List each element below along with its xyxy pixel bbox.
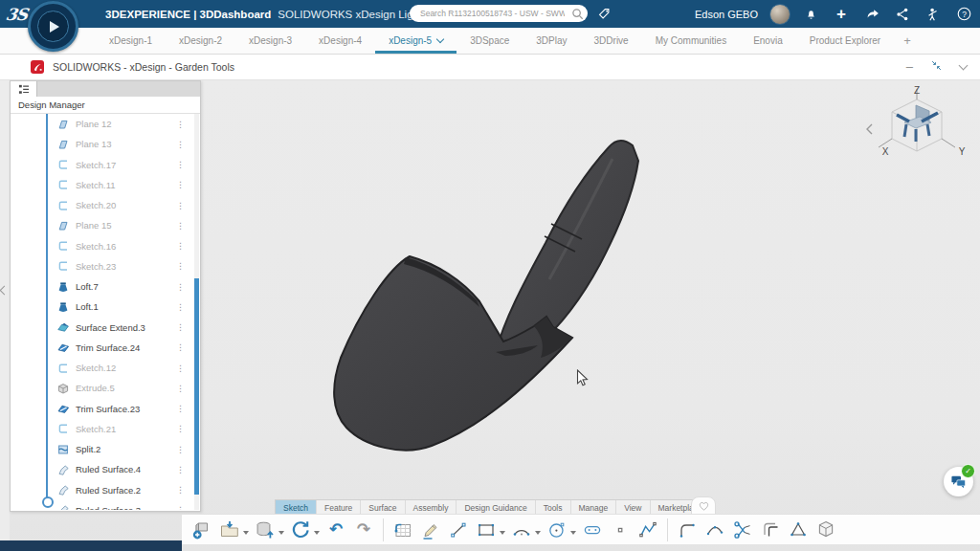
item-menu-icon[interactable]: ⋮ (176, 160, 185, 169)
search-icon[interactable] (567, 3, 588, 24)
spline-tool[interactable] (635, 518, 660, 542)
share-network-icon[interactable] (892, 4, 913, 25)
dropdown-caret[interactable] (278, 531, 284, 538)
open-button[interactable] (217, 518, 242, 542)
new-sketch-button[interactable] (390, 518, 415, 542)
3dswym-person-icon[interactable] (923, 4, 944, 25)
item-menu-icon[interactable]: ⋮ (176, 384, 185, 393)
dropdown-caret[interactable] (500, 531, 505, 538)
item-menu-icon[interactable]: ⋮ (176, 505, 185, 510)
compass-play-icon[interactable] (37, 11, 69, 42)
item-menu-icon[interactable]: ⋮ (176, 465, 185, 474)
tree-item[interactable]: Loft.7⋮ (11, 276, 200, 297)
ribbon-tab-view[interactable]: View (616, 500, 650, 515)
chat-button[interactable]: ✓ (944, 467, 973, 496)
tree-item[interactable]: Plane 12⋮ (11, 114, 200, 134)
item-menu-icon[interactable]: ⋮ (176, 241, 185, 251)
constraints-tool[interactable] (786, 518, 811, 542)
tab-xdesign-2[interactable]: xDesign-2 (166, 28, 235, 54)
help-icon[interactable]: ? (953, 4, 974, 25)
item-menu-icon[interactable]: ⋮ (176, 261, 185, 271)
chevron-down-icon[interactable] (436, 34, 444, 42)
arc-tool[interactable] (509, 518, 534, 542)
item-menu-icon[interactable]: ⋮ (176, 282, 185, 292)
three-point-arc-tool[interactable] (702, 518, 727, 542)
ribbon-tab-feature[interactable]: Feature (317, 500, 361, 515)
favorites-heart-icon[interactable] (691, 496, 716, 516)
tree-item[interactable]: Split.2⋮ (11, 439, 200, 459)
search-box[interactable] (410, 5, 588, 22)
tree-item[interactable]: Sketch.12⋮ (11, 358, 200, 378)
tab-xdesign-1[interactable]: xDesign-1 (96, 28, 166, 54)
tree-item[interactable]: Sketch.16⋮ (11, 236, 200, 256)
tab-3dspace[interactable]: 3DSpace (457, 28, 523, 54)
add-tab-button[interactable]: + (894, 28, 921, 54)
tree-scrollbar-thumb[interactable] (194, 278, 199, 495)
dropdown-caret[interactable] (570, 531, 576, 538)
item-menu-icon[interactable]: ⋮ (176, 445, 185, 454)
item-menu-icon[interactable]: ⋮ (176, 342, 185, 352)
tree-item[interactable]: Sketch.23⋮ (11, 256, 200, 276)
trim-tool[interactable] (730, 518, 755, 542)
3dexperience-compass[interactable] (28, 1, 78, 52)
ribbon-tab-sketch[interactable]: Sketch (276, 500, 317, 515)
search-input[interactable] (418, 8, 567, 19)
fillet-tool[interactable] (675, 518, 700, 542)
update-button[interactable] (288, 518, 313, 542)
chevron-down-icon[interactable] (959, 60, 969, 70)
tree-item[interactable]: Trim Surface.23⋮ (11, 399, 200, 419)
ribbon-tab-assembly[interactable]: Assembly (406, 500, 457, 515)
item-menu-icon[interactable]: ⋮ (176, 322, 185, 332)
tab-3ddrive[interactable]: 3DDrive (581, 28, 642, 54)
offset-tool[interactable] (758, 518, 783, 542)
avatar[interactable] (769, 4, 791, 25)
share-icon[interactable] (861, 4, 882, 25)
point-tool[interactable] (608, 518, 633, 542)
tab-3dplay[interactable]: 3DPlay (523, 28, 580, 54)
tab-xdesign-3[interactable]: xDesign-3 (235, 28, 305, 54)
sketch-edit-button[interactable] (418, 518, 443, 542)
slot-tool[interactable] (580, 518, 605, 542)
rectangle-tool[interactable] (474, 518, 499, 542)
tree-item[interactable]: Ruled Surface.4⋮ (11, 459, 200, 479)
item-menu-icon[interactable]: ⋮ (176, 201, 185, 210)
tree-item[interactable]: Sketch.17⋮ (11, 155, 200, 175)
view-cube[interactable]: Z X Y (857, 78, 976, 179)
undo-button[interactable]: ↶ (323, 518, 348, 542)
dropdown-caret[interactable] (535, 531, 541, 538)
redo-button[interactable]: ↷ (351, 518, 376, 542)
convert-entity-tool[interactable] (813, 518, 838, 542)
notifications-bell-icon[interactable] (800, 4, 821, 25)
tag-icon[interactable] (593, 3, 614, 24)
item-menu-icon[interactable]: ⋮ (176, 485, 185, 495)
tab-product-explorer[interactable]: Product Explorer (796, 28, 894, 54)
dropdown-caret[interactable] (314, 531, 320, 538)
design-manager-tab[interactable] (11, 81, 37, 97)
tree-item[interactable]: Surface Extend.3⋮ (11, 318, 200, 338)
tab-xdesign-5-active[interactable]: xDesign-5 (375, 28, 457, 54)
tree-item[interactable]: Sketch.11⋮ (11, 175, 200, 195)
item-menu-icon[interactable]: ⋮ (176, 404, 185, 413)
tab-xdesign-4[interactable]: xDesign-4 (305, 28, 375, 54)
tab-my-communities[interactable]: My Communities (642, 28, 740, 54)
ribbon-tab-surface[interactable]: Surface (361, 500, 405, 515)
item-menu-icon[interactable]: ⋮ (176, 221, 185, 231)
tree-item[interactable]: Plane 15⋮ (11, 215, 200, 235)
tree-item[interactable]: Loft.1⋮ (11, 297, 200, 317)
tree-item[interactable]: Plane 13⋮ (11, 134, 200, 154)
tree-item[interactable]: Extrude.5⋮ (11, 378, 200, 398)
add-content-icon[interactable]: + (831, 4, 852, 25)
tree-item[interactable]: Ruled Surface.3⋮ (11, 500, 200, 510)
tree-item[interactable]: Ruled Surface.2⋮ (11, 480, 200, 500)
circle-tool[interactable] (545, 518, 569, 542)
item-menu-icon[interactable]: ⋮ (176, 120, 185, 129)
tree-item[interactable]: Sketch.21⋮ (11, 419, 200, 439)
collapse-window-icon[interactable] (930, 58, 943, 76)
item-menu-icon[interactable]: ⋮ (176, 302, 185, 312)
line-tool[interactable] (446, 518, 471, 542)
tree-item[interactable]: Trim Surface.24⋮ (11, 338, 200, 358)
tree-item[interactable]: Sketch.20⋮ (11, 195, 200, 215)
item-menu-icon[interactable]: ⋮ (176, 424, 185, 433)
ribbon-tab-tools[interactable]: Tools (536, 500, 571, 515)
item-menu-icon[interactable]: ⋮ (176, 180, 185, 189)
